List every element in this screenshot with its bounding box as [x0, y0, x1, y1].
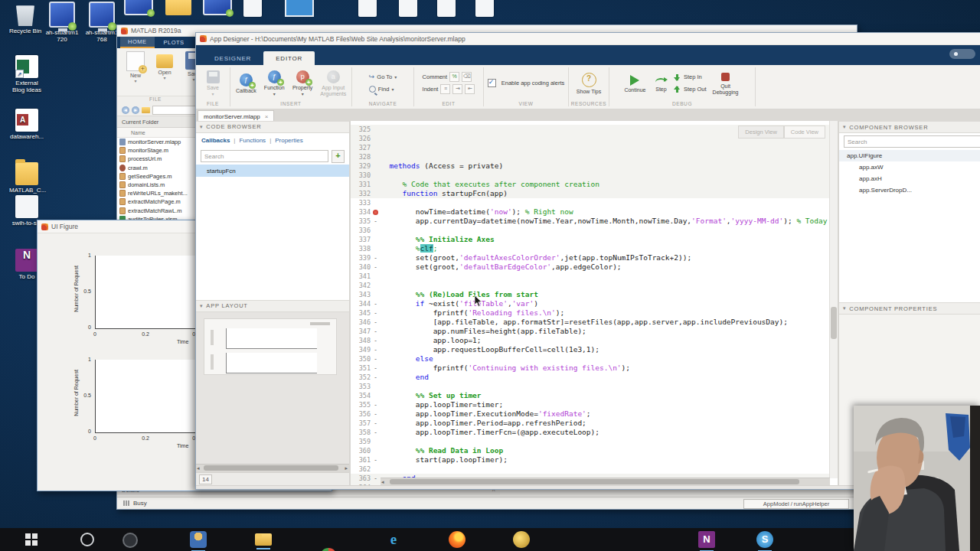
code-view-button[interactable]: Code View: [784, 126, 825, 139]
line-number[interactable]: 349: [351, 345, 371, 354]
tab-callbacks[interactable]: Callbacks: [201, 137, 230, 144]
taskbar-explorer-icon[interactable]: [255, 533, 272, 546]
line-number[interactable]: 336: [351, 226, 371, 235]
quit-debugging-button[interactable]: Quit Debugging: [708, 70, 743, 96]
forward-icon[interactable]: ▸: [132, 106, 139, 114]
line-number[interactable]: 329: [351, 161, 371, 171]
component-browser-header[interactable]: ▾ COMPONENT BROWSER: [839, 121, 980, 133]
code-line-337[interactable]: 337 %% Initialize Axes: [351, 235, 830, 244]
execution-marker[interactable]: -: [371, 409, 381, 419]
line-number[interactable]: 352: [351, 373, 371, 382]
line-number[interactable]: 326: [351, 134, 371, 143]
code-line-336[interactable]: 336: [351, 226, 830, 235]
taskbar-firefox-icon[interactable]: [449, 531, 466, 548]
continue-button[interactable]: Continue: [621, 73, 648, 93]
line-number[interactable]: 332: [351, 189, 371, 198]
find-button[interactable]: Find ▾: [369, 84, 397, 94]
line-number[interactable]: 343: [351, 290, 371, 299]
execution-marker[interactable]: -: [371, 318, 381, 327]
execution-marker[interactable]: [371, 290, 381, 299]
folder-icon[interactable]: [165, 0, 191, 15]
execution-marker[interactable]: [371, 125, 381, 134]
desktop-icon-recycle-bin[interactable]: Recycle Bin: [8, 3, 43, 34]
code-line-360[interactable]: 360 %% Read Data in Loop: [351, 446, 830, 455]
taskbar-taskview-icon[interactable]: [122, 533, 138, 548]
code-line-352[interactable]: 352- end: [351, 373, 830, 382]
back-icon[interactable]: ◂: [122, 106, 129, 114]
pc-icon[interactable]: [203, 0, 232, 15]
line-number[interactable]: 333: [351, 198, 371, 207]
doc-icon[interactable]: [358, 0, 377, 17]
line-number[interactable]: 328: [351, 152, 371, 161]
open-button[interactable]: Open▾: [152, 51, 177, 96]
line-number[interactable]: 330: [351, 171, 371, 180]
code-line-350[interactable]: 350- else: [351, 354, 830, 364]
line-number[interactable]: 356: [351, 409, 371, 419]
execution-marker[interactable]: [371, 226, 381, 235]
line-number[interactable]: 359: [351, 437, 371, 446]
execution-marker[interactable]: -: [371, 253, 381, 262]
code-line-362[interactable]: 362: [351, 465, 830, 474]
execution-marker[interactable]: [371, 437, 381, 446]
callback-search-input[interactable]: [201, 150, 328, 162]
line-number[interactable]: 340: [351, 262, 371, 272]
execution-marker[interactable]: [371, 465, 381, 474]
line-number[interactable]: 337: [351, 235, 371, 244]
code-line-328[interactable]: 328: [351, 152, 830, 161]
code-browser-header[interactable]: ▾ CODE BROWSER: [196, 121, 349, 133]
code-line-331[interactable]: 331 % Code that executes after component…: [351, 180, 830, 189]
line-number[interactable]: 347: [351, 327, 371, 336]
taskbar-onenote-icon[interactable]: N: [698, 531, 715, 548]
callback-item-startupfcn[interactable]: startupFcn: [196, 165, 349, 177]
line-number[interactable]: 361: [351, 455, 371, 465]
line-number[interactable]: 334: [351, 207, 371, 217]
taskbar-people-icon[interactable]: [190, 531, 207, 548]
line-number[interactable]: 351: [351, 364, 371, 373]
desktop-icon-ah-stuartm1-720[interactable]: ah-stuartm1 720: [44, 2, 80, 43]
code-line-332[interactable]: 332 function startupFcn(app): [351, 189, 830, 198]
new-button[interactable]: New▾: [123, 51, 148, 96]
indent-right-icon[interactable]: ⇥: [452, 84, 462, 94]
code-line-327[interactable]: 327: [351, 143, 830, 152]
execution-marker[interactable]: [371, 446, 381, 455]
taskbar-skype-icon[interactable]: S: [756, 531, 773, 548]
line-number[interactable]: 344: [351, 299, 371, 308]
code-line-335[interactable]: 335- app.currentDay=datetime(nowTime.Yea…: [351, 217, 830, 226]
execution-marker[interactable]: -: [371, 299, 381, 308]
toolstrip-quick-access[interactable]: [949, 49, 975, 59]
line-number[interactable]: 327: [351, 143, 371, 152]
component-search-input[interactable]: [844, 135, 980, 148]
execution-marker[interactable]: [371, 281, 381, 290]
app-layout-thumbnail[interactable]: [204, 318, 337, 375]
smart-indent-icon[interactable]: ≡: [440, 84, 450, 94]
execution-marker[interactable]: [371, 161, 381, 171]
breakpoint-icon[interactable]: [371, 207, 381, 217]
code-line-346[interactable]: 346- [app.fileTable, app.formatStr]=rese…: [351, 318, 830, 327]
code-line-329[interactable]: 329 methods (Access = private): [351, 161, 830, 171]
execution-marker[interactable]: [371, 272, 381, 281]
code-line-353[interactable]: 353: [351, 382, 830, 391]
app-input-arguments-button[interactable]: a App Input Arguments: [318, 70, 349, 97]
taskbar-start-icon[interactable]: [23, 531, 40, 548]
component-tree-item[interactable]: app.axW: [839, 161, 980, 173]
line-number[interactable]: 362: [351, 465, 371, 474]
doc-icon[interactable]: [437, 0, 456, 17]
code-line-354[interactable]: 354 %% Set up timer: [351, 391, 830, 400]
code-line-351[interactable]: 351- fprintf('Continuing with existing f…: [351, 364, 830, 373]
code-line-358[interactable]: 358- app.loopTimer.TimerFcn=(@app.execut…: [351, 428, 830, 437]
code-line-343[interactable]: 343 %% (Re)Load Files from start: [351, 290, 830, 299]
line-number[interactable]: 353: [351, 382, 371, 391]
execution-marker[interactable]: -: [371, 217, 381, 226]
line-number[interactable]: 341: [351, 272, 371, 281]
design-view-button[interactable]: Design View: [738, 126, 784, 139]
indent-left-icon[interactable]: ⇤: [465, 84, 475, 94]
doc-icon[interactable]: [475, 0, 494, 17]
execution-marker[interactable]: -: [371, 354, 381, 364]
code-line-357[interactable]: 357- app.loopTimer.Period=app.refreshPer…: [351, 419, 830, 428]
code-line-347[interactable]: 347- app.numFiles=height(app.fileTable);: [351, 327, 830, 336]
line-number[interactable]: 342: [351, 281, 371, 290]
execution-marker[interactable]: -: [371, 308, 381, 318]
code-line-355[interactable]: 355- app.loopTimer=timer;: [351, 400, 830, 409]
execution-marker[interactable]: [371, 244, 381, 253]
step-out-button[interactable]: Step Out: [673, 84, 706, 94]
